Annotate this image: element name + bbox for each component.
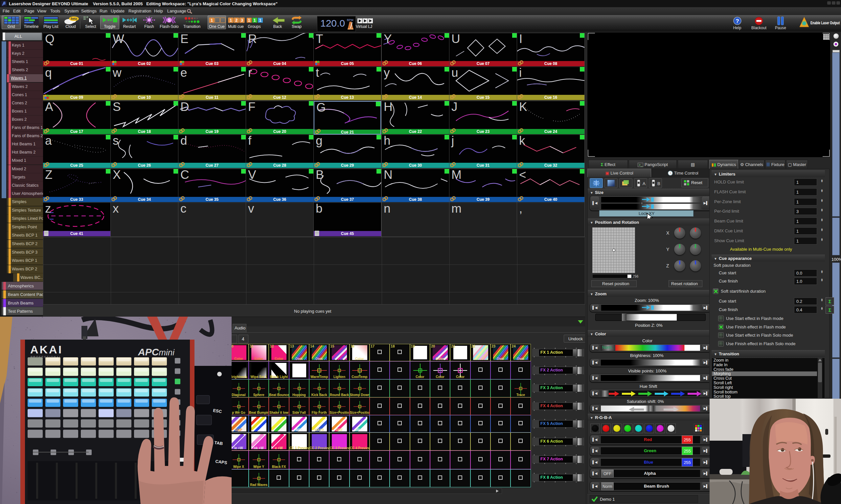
svg-text:1: 1: [254, 18, 256, 23]
svg-text:1: 1: [248, 18, 250, 23]
svg-text:A: A: [642, 181, 646, 186]
svg-text:2: 2: [235, 18, 238, 23]
svg-text:3: 3: [241, 18, 243, 23]
svg-text:AKAI: AKAI: [30, 343, 63, 356]
svg-text:beta: beta: [71, 17, 78, 20]
svg-text:B: B: [657, 181, 660, 186]
svg-text:1: 1: [230, 18, 232, 23]
svg-text:APCmini: APCmini: [138, 346, 175, 357]
svg-text:S: S: [168, 18, 171, 23]
svg-text:1: 1: [259, 18, 261, 23]
svg-text:1: 1: [210, 18, 213, 23]
svg-text:?: ?: [736, 18, 739, 24]
